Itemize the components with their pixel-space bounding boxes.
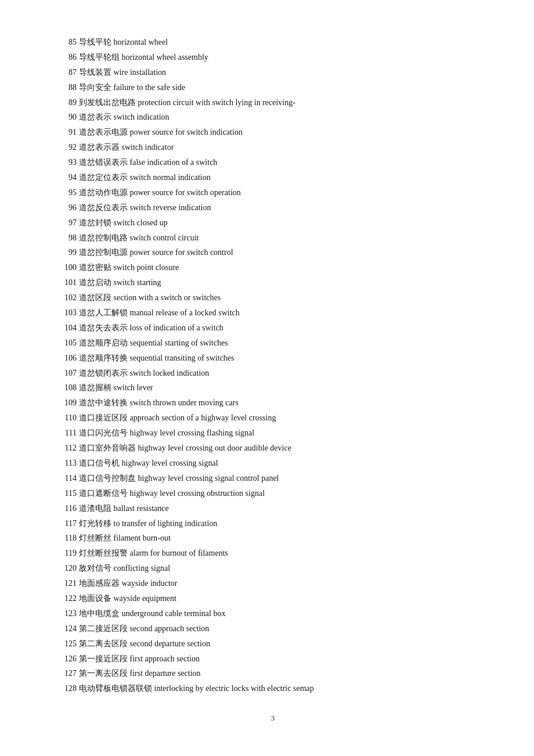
entry-number: 116 bbox=[58, 501, 77, 516]
entry-text: 道岔密贴 switch point closure bbox=[79, 260, 488, 275]
list-item: 124第二接近区段 second approach section bbox=[58, 621, 488, 636]
entry-text: 道口信号机 highway level crossing signal bbox=[79, 456, 488, 471]
entry-number: 111 bbox=[58, 426, 77, 441]
list-item: 106道岔顺序转换 sequential transiting of switc… bbox=[58, 351, 488, 366]
entry-number: 99 bbox=[58, 245, 77, 260]
list-item: 88导向安全 failure to the safe side bbox=[58, 80, 488, 95]
entry-number: 108 bbox=[58, 380, 77, 395]
list-item: 94道岔定位表示 switch normal indication bbox=[58, 170, 488, 185]
list-item: 115道口遮断信号 highway level crossing obstruc… bbox=[58, 486, 488, 501]
entry-number: 104 bbox=[58, 321, 77, 336]
entry-number: 106 bbox=[58, 351, 77, 366]
entry-text: 道岔顺序启动 sequential starting of switches bbox=[79, 336, 488, 351]
list-item: 97道岔封锁 switch closed up bbox=[58, 215, 488, 231]
list-item: 120敌对信号 conflicting signal bbox=[58, 561, 488, 576]
entry-number: 115 bbox=[58, 486, 77, 501]
entry-number: 113 bbox=[58, 456, 77, 471]
entry-text: 道岔控制电源 power source for switch control bbox=[79, 245, 488, 260]
list-item: 95道岔动作电源 power source for switch operati… bbox=[58, 185, 488, 200]
entry-text: 道岔锁闭表示 switch locked indication bbox=[79, 366, 488, 381]
entry-text: 道岔反位表示 switch reverse indication bbox=[79, 200, 488, 215]
entry-text: 道口接近区段 approach section of a highway lev… bbox=[79, 411, 488, 426]
list-item: 121地面感应器 wayside inductor bbox=[58, 576, 488, 591]
page-container: 85导线平轮 horizontal wheel86导线平轮组 horizonta… bbox=[0, 0, 534, 756]
list-item: 87导线装置 wire installation bbox=[58, 65, 488, 80]
list-item: 114道口信号控制盘 highway level crossing signal… bbox=[58, 471, 488, 486]
entry-number: 89 bbox=[58, 95, 77, 110]
entry-number: 120 bbox=[58, 561, 77, 576]
entry-text: 道岔失去表示 loss of indication of a switch bbox=[79, 321, 488, 336]
entry-text: 道岔握柄 switch lever bbox=[79, 380, 488, 395]
entry-text: 到发线出岔电路 protection circuit with switch l… bbox=[79, 95, 488, 110]
entry-number: 126 bbox=[58, 651, 77, 667]
entry-number: 86 bbox=[58, 50, 77, 65]
entry-number: 96 bbox=[58, 200, 77, 215]
entry-text: 道口闪光信号 highway level crossing flashing s… bbox=[79, 426, 488, 441]
entry-number: 100 bbox=[58, 260, 77, 275]
list-item: 104道岔失去表示 loss of indication of a switch bbox=[58, 321, 488, 336]
entry-text: 灯丝断丝 filament burn-out bbox=[79, 531, 488, 546]
list-item: 117灯光转移 to transfer of lighting indicati… bbox=[58, 516, 488, 531]
list-item: 103道岔人工解锁 manual release of a locked swi… bbox=[58, 305, 488, 321]
list-item: 86导线平轮组 horizontal wheel assembly bbox=[58, 50, 488, 65]
list-item: 122地面设备 wayside equipment bbox=[58, 591, 488, 606]
entry-text: 道岔表示 switch indication bbox=[79, 110, 488, 125]
entry-number: 124 bbox=[58, 621, 77, 636]
entry-number: 128 bbox=[58, 681, 77, 696]
list-item: 92道岔表示器 switch indicator bbox=[58, 140, 488, 155]
list-item: 96道岔反位表示 switch reverse indication bbox=[58, 200, 488, 215]
entry-number: 118 bbox=[58, 531, 77, 546]
entry-text: 道口遮断信号 highway level crossing obstructio… bbox=[79, 486, 488, 501]
entry-number: 103 bbox=[58, 305, 77, 321]
entry-text: 导线平轮组 horizontal wheel assembly bbox=[79, 50, 488, 65]
entry-text: 道岔表示器 switch indicator bbox=[79, 140, 488, 155]
entry-number: 127 bbox=[58, 666, 77, 681]
list-item: 116道渣电阻 ballast resistance bbox=[58, 501, 488, 516]
entry-number: 117 bbox=[58, 516, 77, 531]
entry-number: 123 bbox=[58, 606, 77, 621]
list-item: 126第一接近区段 first approach section bbox=[58, 651, 488, 667]
entry-number: 88 bbox=[58, 80, 77, 95]
entry-text: 电动臂板电锁器联锁 interlocking by electric locks… bbox=[79, 681, 488, 696]
entry-number: 91 bbox=[58, 125, 77, 140]
entry-number: 101 bbox=[58, 275, 77, 290]
list-item: 105道岔顺序启动 sequential starting of switche… bbox=[58, 336, 488, 351]
list-item: 99道岔控制电源 power source for switch control bbox=[58, 245, 488, 260]
entry-text: 导向安全 failure to the safe side bbox=[79, 80, 488, 95]
list-item: 123地中电缆盒 underground cable terminal box bbox=[58, 606, 488, 621]
list-item: 111道口闪光信号 highway level crossing flashin… bbox=[58, 426, 488, 441]
entry-text: 地面设备 wayside equipment bbox=[79, 591, 488, 606]
list-item: 85导线平轮 horizontal wheel bbox=[58, 35, 488, 50]
entry-number: 95 bbox=[58, 185, 77, 200]
list-item: 127第一离去区段 first departure section bbox=[58, 666, 488, 681]
list-item: 108道岔握柄 switch lever bbox=[58, 380, 488, 395]
entry-text: 导线装置 wire installation bbox=[79, 65, 488, 80]
entry-number: 93 bbox=[58, 155, 77, 170]
entry-text: 道岔表示电源 power source for switch indicatio… bbox=[79, 125, 488, 140]
entries-list: 85导线平轮 horizontal wheel86导线平轮组 horizonta… bbox=[58, 35, 488, 696]
list-item: 125第二离去区段 second departure section bbox=[58, 636, 488, 651]
list-item: 93道岔错误表示 false indication of a switch bbox=[58, 155, 488, 170]
entry-text: 第二离去区段 second departure section bbox=[79, 636, 488, 651]
entry-number: 114 bbox=[58, 471, 77, 486]
list-item: 109道岔中途转换 switch thrown under moving car… bbox=[58, 395, 488, 411]
entry-number: 105 bbox=[58, 336, 77, 351]
list-item: 112道口室外音响器 highway level crossing out do… bbox=[58, 441, 488, 456]
list-item: 89到发线出岔电路 protection circuit with switch… bbox=[58, 95, 488, 110]
list-item: 118灯丝断丝 filament burn-out bbox=[58, 531, 488, 546]
entry-number: 90 bbox=[58, 110, 77, 125]
entry-number: 122 bbox=[58, 591, 77, 606]
entry-number: 109 bbox=[58, 395, 77, 411]
list-item: 91道岔表示电源 power source for switch indicat… bbox=[58, 125, 488, 140]
entry-text: 道岔封锁 switch closed up bbox=[79, 215, 488, 231]
entry-text: 第二接近区段 second approach section bbox=[79, 621, 488, 636]
entry-text: 道岔启动 switch starting bbox=[79, 275, 488, 290]
entry-text: 敌对信号 conflicting signal bbox=[79, 561, 488, 576]
entry-text: 道岔顺序转换 sequential transiting of switches bbox=[79, 351, 488, 366]
entry-text: 第一离去区段 first departure section bbox=[79, 666, 488, 681]
entry-number: 112 bbox=[58, 441, 77, 456]
entry-text: 道口信号控制盘 highway level crossing signal co… bbox=[79, 471, 488, 486]
entry-number: 98 bbox=[58, 231, 77, 246]
entry-number: 107 bbox=[58, 366, 77, 381]
entry-number: 119 bbox=[58, 546, 77, 561]
